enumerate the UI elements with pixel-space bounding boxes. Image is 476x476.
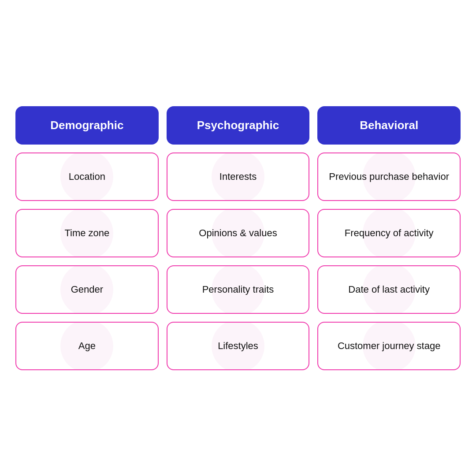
cell-demographic-row3: Gender [15, 265, 159, 314]
cell-text-behavioral-row4: Customer journey stage [338, 340, 441, 352]
cell-demographic-row2: Time zone [15, 209, 159, 257]
header-label-demographic: Demographic [50, 119, 123, 132]
header-label-behavioral: Behavioral [360, 119, 418, 132]
header-behavioral: Behavioral [317, 106, 461, 145]
cell-text-psychographic-row4: Lifestyles [218, 340, 258, 352]
cell-text-behavioral-row1: Previous purchase behavior [329, 171, 449, 182]
cell-behavioral-row4: Customer journey stage [317, 322, 461, 370]
cell-text-demographic-row4: Age [78, 340, 96, 352]
cell-psychographic-row3: Personality traits [167, 265, 310, 314]
cell-text-demographic-row1: Location [69, 171, 105, 182]
cell-text-demographic-row3: Gender [71, 284, 103, 295]
cell-text-psychographic-row3: Personality traits [202, 284, 274, 295]
cell-text-psychographic-row2: Opinions & values [199, 227, 277, 239]
cell-psychographic-row2: Opinions & values [167, 209, 310, 257]
cell-demographic-row1: Location [15, 152, 159, 201]
cell-text-behavioral-row2: Frequency of activity [345, 227, 434, 239]
cell-text-demographic-row2: Time zone [64, 227, 109, 239]
cell-demographic-row4: Age [15, 322, 159, 370]
header-label-psychographic: Psychographic [197, 119, 279, 132]
header-psychographic: Psychographic [167, 106, 310, 145]
cell-psychographic-row4: Lifestyles [167, 322, 310, 370]
main-container: DemographicPsychographicBehavioralLocati… [15, 106, 461, 370]
header-demographic: Demographic [15, 106, 159, 145]
segmentation-grid: DemographicPsychographicBehavioralLocati… [15, 106, 461, 370]
cell-behavioral-row1: Previous purchase behavior [317, 152, 461, 201]
cell-text-behavioral-row3: Date of last activity [348, 284, 430, 295]
cell-text-psychographic-row1: Interests [219, 171, 257, 182]
cell-behavioral-row2: Frequency of activity [317, 209, 461, 257]
cell-behavioral-row3: Date of last activity [317, 265, 461, 314]
cell-psychographic-row1: Interests [167, 152, 310, 201]
